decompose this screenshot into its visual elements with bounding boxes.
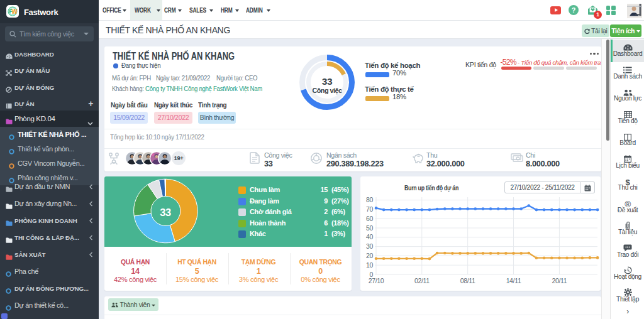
svg-text:40: 40 (366, 233, 373, 241)
svg-text:60: 60 (366, 215, 373, 222)
svg-text:80: 80 (366, 196, 373, 203)
svg-text:10: 10 (366, 261, 373, 269)
svg-text:08/11: 08/11 (460, 277, 475, 284)
svg-text:30: 30 (366, 242, 373, 250)
svg-text:27/10: 27/10 (369, 277, 384, 284)
svg-text:02/11: 02/11 (414, 277, 430, 284)
svg-text:33: 33 (322, 76, 333, 87)
svg-text:20/11: 20/11 (552, 277, 567, 284)
svg-text:Công việc: Công việc (312, 87, 342, 95)
svg-text:70: 70 (366, 205, 373, 213)
svg-text:50: 50 (366, 224, 373, 232)
svg-text:14/11: 14/11 (506, 277, 521, 284)
svg-text:W: W (11, 8, 18, 15)
svg-text:20: 20 (366, 252, 373, 259)
